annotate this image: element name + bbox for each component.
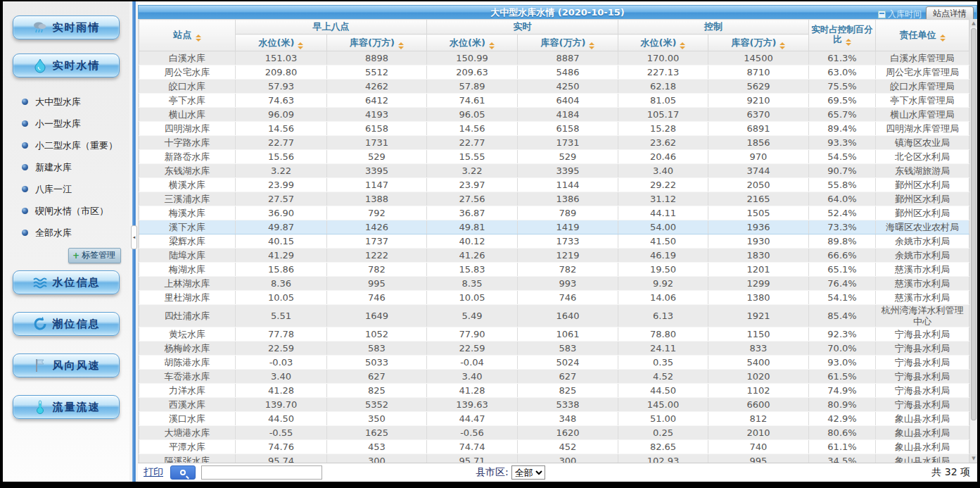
data-cell: 44.50: [236, 412, 327, 426]
table-row[interactable]: 梅溪水库36.9079236.8778944.11150552.4%鄞州区水利局: [139, 206, 969, 220]
data-cell: 8.35: [427, 277, 518, 291]
data-cell: 白溪水库管理局: [876, 51, 969, 65]
county-select[interactable]: 全部: [511, 465, 545, 480]
nav-button-realtime-water[interactable]: 实时水情: [13, 54, 120, 77]
column-header-realtime-level[interactable]: 水位(米): [427, 35, 518, 51]
scroll-down-arrow[interactable]: ▼: [970, 454, 977, 463]
data-cell: 6412: [327, 94, 427, 108]
column-header-station[interactable]: 站点: [139, 20, 236, 51]
data-cell: 64.0%: [809, 192, 876, 206]
sidebar-item-1[interactable]: 小一型水库: [3, 113, 129, 134]
data-cell: 10.05: [427, 291, 518, 305]
table-row[interactable]: 杨梅岭水库22.5958322.5958324.1183370.0%宁海县水利局: [139, 342, 969, 356]
data-cell: 54.00: [618, 220, 708, 234]
station-cell: 里杜湖水库: [139, 291, 236, 305]
table-row[interactable]: 胡陈港水库-0.035033-0.0450240.35540093.0%宁海县水…: [139, 356, 969, 370]
table-row[interactable]: 溪口水库44.5035044.4734851.0081242.9%象山县水利局: [139, 412, 969, 426]
table-row[interactable]: 新路岙水库15.5652915.5552920.4697054.5%北仑区水利局: [139, 150, 969, 164]
nav-button-tide-level[interactable]: 潮位信息: [13, 312, 120, 336]
table-row[interactable]: 皎口水库57.93426257.89425062.18562975.5%皎口水库…: [139, 80, 969, 94]
sidebar-item-4[interactable]: 八库一江: [3, 178, 129, 200]
sidebar-item-0[interactable]: 大中型水库: [3, 91, 129, 113]
data-cell: 6158: [327, 122, 427, 136]
table-row[interactable]: 上林湖水库8.369958.359939.92129976.4%慈溪市水利局: [139, 277, 969, 291]
table-row[interactable]: 车岙港水库3.406273.406274.52102061.5%宁海县水利局: [139, 370, 969, 384]
flag-icon: [32, 358, 48, 373]
nav-button-realtime-rain[interactable]: 实时雨情: [13, 15, 120, 39]
sidebar-item-6[interactable]: 全部水库: [3, 222, 129, 244]
waves-icon: [32, 275, 48, 290]
nav-button-wind[interactable]: 风向风速: [13, 354, 120, 377]
data-cell: 627: [327, 370, 427, 384]
column-header-control-capacity[interactable]: 库容(万方): [708, 35, 809, 51]
splitter-collapse-handle[interactable]: ◂: [131, 225, 137, 249]
sidebar-item-3[interactable]: 新建水库: [3, 156, 129, 178]
table-header: 站点 早上八点 实时 控制 实时占控制百分比 责任单位 水位(米): [139, 20, 969, 51]
table-row[interactable]: 平潭水库74.7645374.7445282.6574061.1%象山县水利局: [139, 440, 969, 454]
table-row[interactable]: 西溪水库139.705352139.635338145.00660080.9%宁…: [139, 398, 969, 412]
table-row[interactable]: 亭下水库74.63641274.61640481.05921069.5%亭下水库…: [139, 94, 969, 108]
table-row[interactable]: 四明湖水库14.56615814.56615815.28689189.4%四明湖…: [139, 122, 969, 136]
table-row[interactable]: 十字路水库22.77173122.77173123.62185693.3%镇海区…: [139, 136, 969, 150]
table-row[interactable]: 大塘港水库-0.551625-0.5616200.25201080.6%象山县水…: [139, 426, 969, 440]
data-cell: 8710: [708, 65, 809, 80]
table-row[interactable]: 黄坛水库77.78105277.90106178.80115092.3%宁海县水…: [139, 327, 969, 342]
scroll-up-arrow[interactable]: ▲: [970, 19, 977, 27]
table-row[interactable]: 周公宅水库209.805512209.635486227.13871063.0%…: [139, 65, 969, 80]
search-button[interactable]: [170, 465, 196, 480]
sidebar-item-label: 小二型水库（重要）: [35, 139, 117, 152]
vertical-scrollbar[interactable]: ▲ ▼: [969, 19, 977, 463]
table-row[interactable]: 梅湖水库15.8678215.8378219.50120165.1%慈溪市水利局: [139, 263, 969, 277]
data-cell: 27.57: [236, 192, 327, 206]
station-cell: 大塘港水库: [139, 426, 236, 440]
table-row[interactable]: 东钱湖水库3.2233953.2233953.40374490.7%东钱湖旅游局: [139, 164, 969, 178]
table-row[interactable]: 横山水库96.09419396.054184105.17637065.7%横山水…: [139, 108, 969, 122]
storage-time-toggle[interactable]: 入库时间: [878, 8, 922, 20]
nav-button-flow[interactable]: 流量流速: [13, 395, 120, 419]
table-row[interactable]: 四灶浦水库5.5116495.4916406.13192185.4%杭州湾海洋水…: [139, 305, 969, 327]
station-cell: 东钱湖水库: [139, 164, 236, 178]
sidebar-item-5[interactable]: 碶闸水情（市区）: [3, 200, 129, 222]
search-input[interactable]: [201, 465, 322, 480]
data-cell: 9210: [708, 94, 809, 108]
station-cell: 平潭水库: [139, 440, 236, 454]
scrollbar-thumb[interactable]: [971, 28, 976, 420]
table-row[interactable]: 三溪浦水库27.57138827.56138631.12216564.0%鄞州区…: [139, 192, 969, 206]
print-link[interactable]: 打印: [144, 466, 163, 479]
data-cell: 东钱湖旅游局: [876, 164, 969, 178]
data-cell: 66.6%: [809, 249, 876, 263]
station-cell: 梁辉水库: [139, 234, 236, 249]
nav-button-water-level[interactable]: 水位信息: [13, 270, 120, 294]
sidebar-item-2[interactable]: 小二型水库（重要）: [3, 134, 129, 156]
data-cell: 1388: [327, 192, 427, 206]
column-header-percent[interactable]: 实时占控制百分比: [809, 20, 876, 51]
data-cell: 789: [518, 206, 618, 220]
column-header-realtime-capacity[interactable]: 库容(万方): [518, 35, 618, 51]
data-cell: 4.52: [618, 370, 708, 384]
column-header-morning-capacity[interactable]: 库容(万方): [327, 35, 427, 51]
table-row[interactable]: 陆埠水库41.29122241.26121946.19183066.6%余姚市水…: [139, 249, 969, 263]
data-cell: 5.49: [427, 305, 518, 327]
table-row[interactable]: 里杜湖水库10.0574610.0574614.06138054.1%慈溪市水利…: [139, 291, 969, 305]
data-cell: 93.3%: [809, 136, 876, 150]
column-header-morning-level[interactable]: 水位(米): [236, 35, 327, 51]
table-row[interactable]: 横溪水库23.99114723.97114429.22205055.8%鄞州区水…: [139, 178, 969, 192]
table-row[interactable]: 梁辉水库40.15173740.12173341.50193089.8%余姚市水…: [139, 234, 969, 249]
data-cell: 36.90: [236, 206, 327, 220]
table-row[interactable]: 白溪水库151.038898150.998887170.001450061.3%…: [139, 51, 969, 65]
data-cell: 0.25: [618, 426, 708, 440]
data-cell: 61.1%: [809, 440, 876, 454]
column-header-unit[interactable]: 责任单位: [876, 20, 969, 51]
data-cell: 2010: [708, 426, 809, 440]
nav-button-label: 潮位信息: [53, 318, 101, 331]
table-row[interactable]: 溪下水库49.87142649.81141954.00193673.3%海曙区农…: [139, 220, 969, 234]
table-row[interactable]: 力洋水库41.2882541.2882544.50110274.9%宁海县水利局: [139, 384, 969, 398]
data-cell: 41.28: [236, 384, 327, 398]
station-cell: 黄坛水库: [139, 327, 236, 342]
table-row[interactable]: 隔溪张水库95.7430095.71300102.9399534.5%象山县水利…: [139, 454, 969, 463]
sidebar-menu: 大中型水库小一型水库小二型水库（重要）新建水库八库一江碶闸水情（市区）全部水库: [3, 91, 129, 244]
tag-manage-button[interactable]: + 标签管理: [68, 248, 121, 263]
data-cell: 4262: [327, 80, 427, 94]
data-cell: 22.77: [236, 136, 327, 150]
column-header-control-level[interactable]: 水位(米): [618, 35, 708, 51]
